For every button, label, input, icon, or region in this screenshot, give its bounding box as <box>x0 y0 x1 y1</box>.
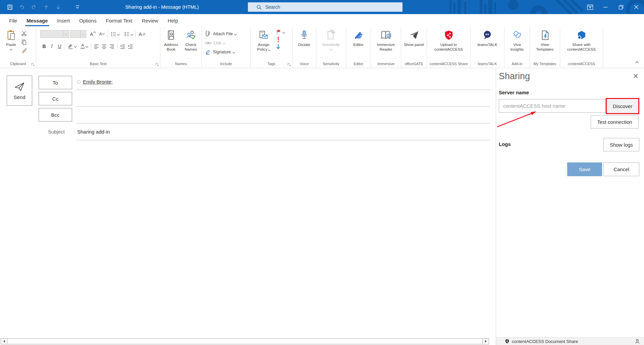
bcc-field-underline[interactable] <box>76 123 490 124</box>
font-family-select[interactable] <box>40 30 69 38</box>
show-panel-button[interactable]: Show panel <box>404 29 424 47</box>
shield-icon <box>505 339 509 344</box>
format-painter-button[interactable] <box>20 47 28 54</box>
server-host-input[interactable] <box>499 99 606 113</box>
basic-text-dialog-launcher[interactable] <box>155 63 159 66</box>
show-logs-button[interactable]: Show logs <box>603 138 639 151</box>
group-label-include: Include <box>202 61 250 68</box>
attach-file-button[interactable]: Attach File <box>205 30 236 38</box>
save-settings-button[interactable]: Save <box>567 162 602 176</box>
bullets-icon <box>111 31 116 37</box>
grow-font-button[interactable]: A <box>88 31 97 38</box>
send-button[interactable]: Send <box>7 76 32 106</box>
person-icon[interactable] <box>635 339 640 345</box>
blue-cube-icon <box>577 29 587 41</box>
ribbon-display-options-button[interactable] <box>582 0 598 14</box>
previous-item-button[interactable] <box>42 3 50 11</box>
message-body[interactable] <box>0 142 496 337</box>
redo-icon <box>31 4 37 10</box>
tab-options[interactable]: Options <box>74 14 101 27</box>
numbering-button[interactable] <box>123 31 134 38</box>
next-item-button[interactable] <box>54 3 62 11</box>
align-right-button[interactable] <box>108 43 116 50</box>
shrink-font-button[interactable]: A <box>97 31 106 38</box>
viva-insights-button[interactable]: Viva Insights <box>507 29 528 52</box>
tab-review[interactable]: Review <box>137 14 163 27</box>
group-label-basic-text: Basic Text <box>36 61 160 68</box>
align-left-button[interactable] <box>93 43 100 50</box>
minimize-button[interactable] <box>598 0 613 14</box>
address-book-button[interactable]: Address Book <box>162 29 181 52</box>
scroll-left-button[interactable] <box>1 339 7 344</box>
scroll-right-button[interactable] <box>482 339 489 344</box>
test-connection-button[interactable]: Test connection <box>591 115 639 129</box>
to-field-underline[interactable] <box>76 90 490 90</box>
triangle-left-icon <box>3 340 5 343</box>
customize-qat-button[interactable] <box>74 3 81 11</box>
chevron-down-icon <box>268 49 270 51</box>
tab-file[interactable]: File <box>4 14 22 27</box>
horizontal-scrollbar[interactable] <box>1 338 489 344</box>
group-clipboard: Paste Clipboard <box>0 27 36 68</box>
subject-field-underline[interactable] <box>76 140 490 140</box>
font-size-select[interactable] <box>70 30 86 38</box>
assign-policy-button[interactable]: Assign Policy <box>253 29 274 52</box>
upload-to-contentaccess-button[interactable]: Upload to contentACCESS <box>429 29 468 52</box>
to-button[interactable]: To <box>39 76 72 89</box>
editor-button[interactable]: Editor <box>349 29 368 47</box>
tab-insert[interactable]: Insert <box>53 14 75 27</box>
cancel-button[interactable]: Cancel <box>603 162 639 176</box>
check-names-button[interactable]: Check Names <box>181 29 201 52</box>
viva-insights-icon <box>512 29 523 41</box>
increase-indent-button[interactable] <box>126 43 134 50</box>
group-label-tags: Tags <box>251 61 292 68</box>
follow-up-flag-button[interactable] <box>275 29 285 35</box>
addin-status-text: contentACCESS Document Share <box>512 339 578 344</box>
cc-button[interactable]: Cc <box>39 92 72 105</box>
restore-button[interactable] <box>613 0 629 14</box>
chevron-down-icon <box>82 33 85 35</box>
low-importance-button[interactable] <box>275 44 281 50</box>
text-highlight-button[interactable] <box>66 43 77 50</box>
search-placeholder: Search <box>265 4 280 10</box>
cut-button[interactable] <box>20 30 28 37</box>
cc-field-underline[interactable] <box>76 106 490 107</box>
decrease-indent-button[interactable] <box>119 43 126 50</box>
font-color-button[interactable]: A <box>79 43 90 50</box>
close-window-button[interactable] <box>629 0 644 14</box>
recipient-chip[interactable]: Emily Bronte; <box>77 79 113 85</box>
align-center-button[interactable] <box>100 43 108 50</box>
chevron-up-icon <box>635 60 639 64</box>
group-addin: Viva Insights Add-in <box>504 27 530 68</box>
bullets-button[interactable] <box>109 31 121 38</box>
dictate-button[interactable]: Dictate <box>294 29 314 47</box>
search-input[interactable]: Search <box>248 2 402 12</box>
subject-value[interactable]: Sharing add-in <box>77 129 110 135</box>
clipboard-dialog-launcher[interactable] <box>31 63 35 66</box>
view-templates-button[interactable]: View Templates <box>533 29 557 52</box>
underline-button[interactable]: U <box>56 43 63 50</box>
undo-button[interactable] <box>18 3 25 11</box>
group-editor: Editor Editor <box>346 27 371 68</box>
italic-button[interactable]: I <box>48 43 56 50</box>
bold-button[interactable]: B <box>40 43 48 50</box>
collapse-ribbon-button[interactable] <box>635 60 639 66</box>
high-importance-button[interactable] <box>275 36 281 43</box>
copy-button[interactable] <box>20 38 28 46</box>
tags-dialog-launcher[interactable] <box>287 63 291 66</box>
tab-help[interactable]: Help <box>163 14 183 27</box>
group-label-addin: Add-in <box>504 61 530 68</box>
share-with-contentaccess-button[interactable]: Share with contentACCESS <box>562 29 601 52</box>
save-button[interactable] <box>6 3 13 11</box>
clear-formatting-button[interactable]: A <box>137 31 147 38</box>
immersive-reader-button[interactable]: Immersive Reader <box>373 29 399 52</box>
bcc-button[interactable]: Bcc <box>39 108 72 121</box>
redo-button[interactable] <box>30 3 38 11</box>
tab-format-text[interactable]: Format Text <box>101 14 137 27</box>
signature-button[interactable]: Signature <box>205 48 235 56</box>
discover-button[interactable]: Discover <box>607 99 638 113</box>
paste-button[interactable]: Paste <box>2 29 20 50</box>
pane-close-button[interactable] <box>633 73 639 79</box>
tab-message[interactable]: Message <box>22 14 52 27</box>
teamstalk-button[interactable]: teamsTALK <box>473 29 502 47</box>
